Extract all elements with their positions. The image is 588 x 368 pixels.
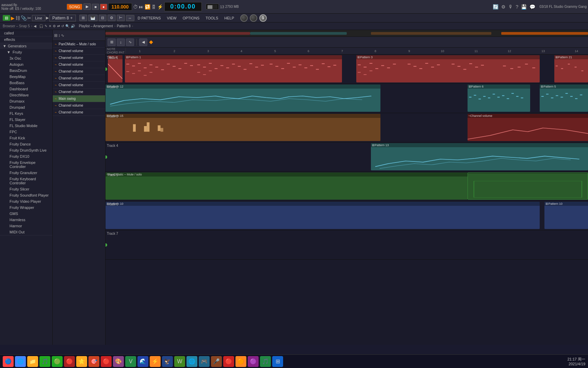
back-arrow[interactable]: ◀ bbox=[34, 24, 36, 28]
taskbar-icon-star[interactable]: ⭐ bbox=[76, 356, 87, 367]
vol-icon[interactable]: 🔊 bbox=[71, 24, 75, 28]
browser-item-fruityslicer[interactable]: Fruity Slicer bbox=[0, 186, 52, 192]
delete-icon[interactable]: ✕ bbox=[49, 24, 51, 28]
browser-item-3xosc[interactable]: 3x Osc bbox=[0, 55, 52, 61]
arrow-right-icon[interactable]: ▶ bbox=[11, 15, 15, 21]
settings-icon[interactable]: ⚙ bbox=[501, 4, 506, 10]
clip-icon[interactable]: 📎 bbox=[21, 15, 27, 21]
zoom-icon[interactable]: 🔍 bbox=[65, 24, 69, 28]
step-icon[interactable]: ⏭ bbox=[139, 4, 144, 10]
browser-item-drumaxx[interactable]: Drumaxx bbox=[0, 98, 52, 104]
channel-arrow-icon[interactable]: ↕ bbox=[58, 33, 60, 38]
refresh-icon[interactable]: 🔄 bbox=[493, 4, 499, 10]
browser-item-dashboard[interactable]: Dashboard bbox=[0, 86, 52, 92]
pattern-block-12[interactable]: ⊞Pattern 12 bbox=[105, 85, 380, 112]
browser-item-bassdrum[interactable]: BassDrum bbox=[0, 67, 52, 74]
pattern-block-panomatic2[interactable] bbox=[468, 172, 588, 200]
left-arrow-btn[interactable]: ◀ bbox=[139, 39, 147, 46]
song-mode-button[interactable]: SONG bbox=[67, 4, 82, 10]
browser-item-fruitydx10[interactable]: Fruity DX10 bbox=[0, 153, 52, 159]
pattern-block-chanvol[interactable]: ~Channel volume bbox=[468, 114, 588, 141]
browser-item-gms[interactable]: GMS bbox=[0, 211, 52, 217]
mode-arrow[interactable]: ▶ bbox=[46, 16, 49, 20]
pitch-knob[interactable] bbox=[250, 14, 257, 22]
channel-item-panomaticmute[interactable]: ~ PanOMatic – Mute / solo bbox=[53, 41, 105, 48]
record-button[interactable]: ● bbox=[100, 4, 107, 10]
grid-view-btn[interactable]: ⊞ bbox=[108, 39, 116, 46]
volume-knob[interactable] bbox=[240, 14, 248, 22]
mixer-btn[interactable]: ⊞ bbox=[79, 15, 87, 21]
browser-item-flstudiomobile[interactable]: FL Studio Mobile bbox=[0, 123, 52, 129]
browser-item-boobass[interactable]: BooBass bbox=[0, 80, 52, 86]
taskbar-icon-mic[interactable]: 🎤 bbox=[211, 356, 222, 367]
loop2-icon[interactable]: ↺ bbox=[61, 24, 64, 28]
plugin-btn[interactable]: ⚙ bbox=[108, 15, 116, 21]
channel-item-vol7[interactable]: ~ Channel volume bbox=[53, 89, 105, 95]
link-icon[interactable]: ⛓ bbox=[15, 15, 20, 21]
arrow2-icon[interactable]: ⇄ bbox=[57, 24, 60, 28]
audio-icon[interactable]: 🎙 bbox=[508, 4, 513, 10]
browser-item-autogun[interactable]: Autogun bbox=[0, 61, 52, 67]
taskbar-icon-orange[interactable]: 🟠 bbox=[235, 356, 246, 367]
channel-grid-icon[interactable]: ⊞ bbox=[54, 33, 58, 38]
taskbar-icon-extra[interactable]: ⊞ bbox=[272, 356, 283, 367]
browser-item-fruitkick[interactable]: Fruit Kick bbox=[0, 135, 52, 141]
pattern-block-15[interactable]: ⊞Pattern 15 bbox=[105, 114, 380, 141]
browser-item-directwave[interactable]: DirectWave bbox=[0, 92, 52, 98]
loop-icon[interactable]: 🔁 bbox=[145, 4, 150, 10]
browser-item-called[interactable]: called bbox=[0, 30, 52, 36]
time-sig-display[interactable]: 1 bbox=[259, 14, 267, 22]
taskbar-icon-steam[interactable]: 🎮 bbox=[199, 356, 210, 367]
chat-icon[interactable]: 💬 bbox=[529, 4, 535, 10]
generators-header[interactable]: ▼ Generators bbox=[0, 43, 52, 49]
save-icon[interactable]: 💾 bbox=[521, 4, 527, 10]
taskbar-icon-explorer[interactable]: 📁 bbox=[27, 356, 38, 367]
bpm-display[interactable]: 110.000 bbox=[108, 3, 132, 11]
browser-item-fruitysoundfont[interactable]: Fruity Soundfont Player bbox=[0, 192, 52, 198]
taskbar-icon-media[interactable]: 🎵 bbox=[39, 356, 50, 367]
piano-btn[interactable]: 🎹 bbox=[88, 15, 98, 21]
pattern-block-10a[interactable]: ⊞Pattern 10 bbox=[105, 202, 540, 229]
browser-item-fruityvideo[interactable]: Fruity Video Player bbox=[0, 198, 52, 204]
pattern-block-panomatic[interactable]: ~PanOMatic – Mute / solo bbox=[105, 172, 468, 200]
pattern-block-3[interactable]: ⊞Pattern 3 bbox=[356, 55, 540, 82]
taskbar-icon-v[interactable]: V bbox=[125, 356, 136, 367]
help-icon[interactable]: ? bbox=[516, 4, 519, 10]
pattern-block-13[interactable]: ⊞Pattern 13 bbox=[371, 143, 588, 170]
channel-item-mainswing[interactable]: ~ Main swing bbox=[53, 95, 105, 102]
browser-item-beepmap[interactable]: BeepMap bbox=[0, 74, 52, 80]
play-button[interactable]: ▶ bbox=[83, 3, 91, 10]
mixer-icon[interactable]: ▤ bbox=[3, 15, 10, 21]
browser-item-fruitydance[interactable]: Fruity Dance bbox=[0, 141, 52, 147]
browser-item-fruitykeyboard[interactable]: Fruity Keyboard Controller bbox=[0, 176, 52, 186]
configure-icon[interactable]: ⚙ bbox=[53, 24, 56, 28]
metro-icon[interactable]: ⏱ bbox=[133, 4, 138, 10]
taskbar-icon-browser[interactable]: 🌐 bbox=[15, 356, 26, 367]
stop-button[interactable]: ■ bbox=[92, 4, 99, 10]
menu-help[interactable]: HELP bbox=[222, 15, 237, 21]
taskbar-icon-fl[interactable]: 🎯 bbox=[88, 356, 99, 367]
channel-curve-icon[interactable]: ∿ bbox=[61, 33, 64, 38]
pattern-block-21[interactable]: ⊞Pattern 21 bbox=[554, 55, 588, 82]
taskbar-icon-purple[interactable]: 🟣 bbox=[248, 356, 259, 367]
taskbar-icon-flash[interactable]: ⚡ bbox=[150, 356, 161, 367]
browser-item-fruity[interactable]: ▼ Fruity bbox=[0, 49, 52, 55]
pattern-block-6[interactable]: ⊞Pattern 6 bbox=[468, 85, 530, 112]
browser-item-fpc[interactable]: FPC bbox=[0, 129, 52, 135]
browser-item-fruitydrumsynth[interactable]: Fruity DrumSynth Live bbox=[0, 147, 52, 153]
taskbar-icon-ie[interactable]: 🌐 bbox=[186, 356, 197, 367]
channel-item-vol8[interactable]: ~ Channel volume bbox=[53, 102, 105, 109]
browser-item-flslayer[interactable]: FL Slayer bbox=[0, 117, 52, 123]
taskbar-icon-red[interactable]: 🔴 bbox=[64, 356, 75, 367]
channel-item-vol4[interactable]: ~ Channel volume bbox=[53, 68, 105, 75]
channel-item-vol2[interactable]: ~ Channel volume bbox=[53, 55, 105, 61]
menu-d-patterns[interactable]: D PATTERNS bbox=[135, 15, 164, 21]
browser-item-effects[interactable]: effects bbox=[0, 36, 52, 43]
curve-btn[interactable]: ∿ bbox=[126, 39, 134, 46]
pattern-block-1[interactable]: ⊞Pattern 1 bbox=[125, 55, 342, 82]
channel-item-vol5[interactable]: ~ Channel volume bbox=[53, 75, 105, 82]
pattern-btn[interactable]: ⊟ bbox=[99, 15, 107, 21]
mix-icon[interactable]: 🎛 bbox=[151, 4, 156, 10]
taskbar-icon-bird[interactable]: 🦅 bbox=[162, 356, 173, 367]
browser-item-harmless[interactable]: Harmless bbox=[0, 217, 52, 223]
